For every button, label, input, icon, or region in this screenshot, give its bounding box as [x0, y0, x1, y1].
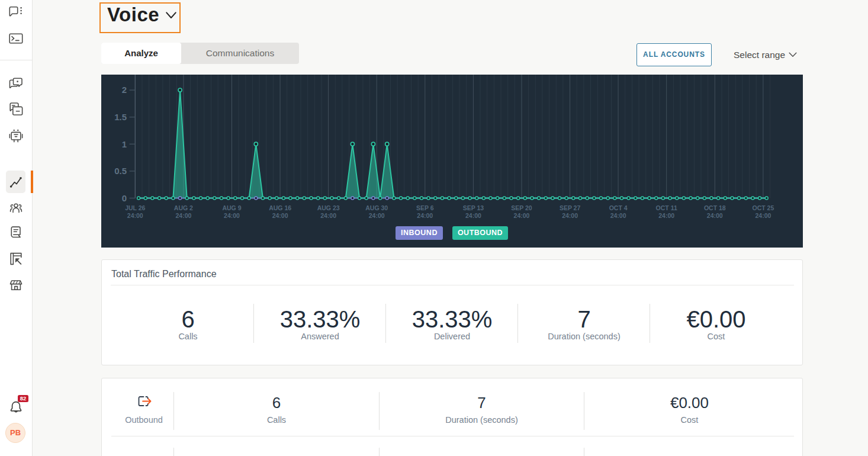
svg-text:24:00: 24:00: [272, 212, 288, 219]
svg-text:24:00: 24:00: [755, 212, 771, 219]
svg-text:SEP 6: SEP 6: [416, 204, 434, 211]
svg-text:0.5: 0.5: [114, 166, 127, 176]
svg-text:AUG 16: AUG 16: [269, 204, 291, 211]
svg-text:OCT 4: OCT 4: [609, 204, 628, 211]
svg-text:OCT 25: OCT 25: [753, 204, 774, 211]
svg-text:24:00: 24:00: [610, 212, 626, 219]
svg-text:OCT 11: OCT 11: [656, 204, 677, 211]
svg-text:AUG 30: AUG 30: [365, 204, 388, 211]
svg-text:AUG 23: AUG 23: [317, 204, 340, 211]
svg-text:OCT 18: OCT 18: [704, 204, 726, 211]
svg-text:SEP 20: SEP 20: [511, 204, 532, 211]
svg-text:24:00: 24:00: [224, 212, 240, 219]
svg-text:24:00: 24:00: [175, 212, 191, 219]
svg-text:24:00: 24:00: [562, 212, 578, 219]
svg-text:24:00: 24:00: [417, 212, 433, 219]
svg-text:1.5: 1.5: [114, 112, 127, 122]
svg-text:24:00: 24:00: [658, 212, 674, 219]
svg-text:24:00: 24:00: [320, 212, 336, 219]
svg-text:AUG 2: AUG 2: [174, 204, 193, 211]
svg-text:2: 2: [122, 85, 127, 95]
svg-text:0: 0: [122, 193, 127, 203]
svg-text:24:00: 24:00: [514, 212, 530, 219]
svg-text:SEP 27: SEP 27: [560, 204, 581, 211]
svg-text:SEP 13: SEP 13: [463, 204, 484, 211]
svg-text:24:00: 24:00: [707, 212, 723, 219]
svg-text:JUL 26: JUL 26: [125, 204, 145, 211]
svg-text:1: 1: [122, 139, 127, 149]
svg-text:24:00: 24:00: [369, 212, 385, 219]
svg-text:AUG 9: AUG 9: [222, 204, 241, 211]
svg-text:24:00: 24:00: [465, 212, 481, 219]
svg-text:24:00: 24:00: [127, 212, 143, 219]
